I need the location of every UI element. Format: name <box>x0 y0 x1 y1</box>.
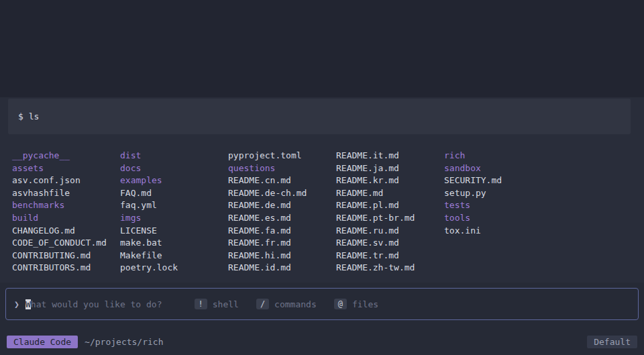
directory-entry: __pycache__ <box>12 150 120 162</box>
directory-entry: sandbox <box>444 162 502 175</box>
file-entry: poetry.lock <box>120 262 228 274</box>
file-entry: README.de-ch.md <box>228 187 336 200</box>
file-column: __pycache__assetsasv.conf.jsonasvhashfil… <box>12 150 120 274</box>
file-entry: Makefile <box>120 250 228 262</box>
file-entry: README.hi.md <box>228 250 336 262</box>
file-entry: CHANGELOG.md <box>12 225 120 238</box>
file-entry: CODE_OF_CONDUCT.md <box>12 237 120 250</box>
directory-entry: questions <box>228 162 336 175</box>
files-hint-label: files <box>352 299 378 309</box>
file-entry: README.fr.md <box>228 237 336 250</box>
file-entry: README.sv.md <box>336 237 444 250</box>
directory-entry: dist <box>120 150 228 162</box>
input-placeholder: hat would you like to do? <box>31 299 162 309</box>
directory-entry: build <box>12 212 120 225</box>
file-entry: FAQ.md <box>120 187 228 200</box>
commands-hint-label: commands <box>274 299 317 309</box>
mode-badge: Default <box>587 336 637 348</box>
file-entry: asv.conf.json <box>12 174 120 187</box>
file-entry: README.kr.md <box>336 174 444 187</box>
empty-scrollback <box>0 0 644 97</box>
files-key-hint: @ <box>334 299 347 309</box>
command-text: $ ls <box>18 111 39 121</box>
prompt-input-box[interactable]: ❯ W hat would you like to do? ! shell / … <box>5 288 639 320</box>
input-hints: ! shell / commands @ files <box>195 299 396 309</box>
directory-entry: assets <box>12 162 120 175</box>
file-entry: tox.ini <box>444 225 502 238</box>
shell-hint-label: shell <box>213 299 239 309</box>
text-cursor: W <box>25 299 31 309</box>
directory-entry: tests <box>444 199 502 212</box>
prompt-caret: ❯ <box>14 299 19 309</box>
terminal-screen: $ ls __pycache__assetsasv.conf.jsonasvha… <box>0 0 644 355</box>
file-entry: make.bat <box>120 237 228 250</box>
directory-entry: benchmarks <box>12 199 120 212</box>
file-column: distdocsexamplesFAQ.mdfaq.ymlimgsLICENSE… <box>120 150 228 274</box>
file-entry: README.pl.md <box>336 199 444 212</box>
app-badge: Claude Code <box>7 336 78 348</box>
directory-entry: examples <box>120 174 228 187</box>
file-entry: README.pt-br.md <box>336 212 444 225</box>
commands-key-hint: / <box>256 299 269 309</box>
file-entry: README.ru.md <box>336 225 444 238</box>
file-entry: SECURITY.md <box>444 174 502 187</box>
file-column: richsandboxSECURITY.mdsetup.pyteststools… <box>444 150 502 274</box>
file-column: pyproject.tomlquestionsREADME.cn.mdREADM… <box>228 150 336 274</box>
file-entry: LICENSE <box>120 225 228 238</box>
file-entry: README.zh-tw.md <box>336 262 444 274</box>
file-entry: README.cn.md <box>228 174 336 187</box>
file-entry: README.es.md <box>228 212 336 225</box>
file-listing: __pycache__assetsasv.conf.jsonasvhashfil… <box>12 150 637 274</box>
file-entry: README.id.md <box>228 262 336 274</box>
file-entry: asvhashfile <box>12 187 120 200</box>
file-entry: README.md <box>336 187 444 200</box>
directory-entry: imgs <box>120 212 228 225</box>
shell-key-hint: ! <box>195 299 207 309</box>
directory-entry: tools <box>444 212 502 225</box>
file-entry: README.tr.md <box>336 250 444 262</box>
directory-entry: rich <box>444 150 502 162</box>
status-bar: Claude Code ~/projects/rich Default <box>7 334 637 350</box>
file-entry: README.fa.md <box>228 225 336 238</box>
directory-entry: docs <box>120 162 228 175</box>
file-entry: CONTRIBUTORS.md <box>12 262 120 274</box>
file-entry: README.it.md <box>336 150 444 162</box>
file-column: README.it.mdREADME.ja.mdREADME.kr.mdREAD… <box>336 150 444 274</box>
working-directory: ~/projects/rich <box>85 337 163 347</box>
file-entry: setup.py <box>444 187 502 200</box>
file-entry: CONTRIBUTING.md <box>12 250 120 262</box>
file-entry: faq.yml <box>120 199 228 212</box>
file-entry: README.ja.md <box>336 162 444 175</box>
command-line: $ ls <box>8 99 631 134</box>
file-entry: pyproject.toml <box>228 150 336 162</box>
file-entry: README.de.md <box>228 199 336 212</box>
